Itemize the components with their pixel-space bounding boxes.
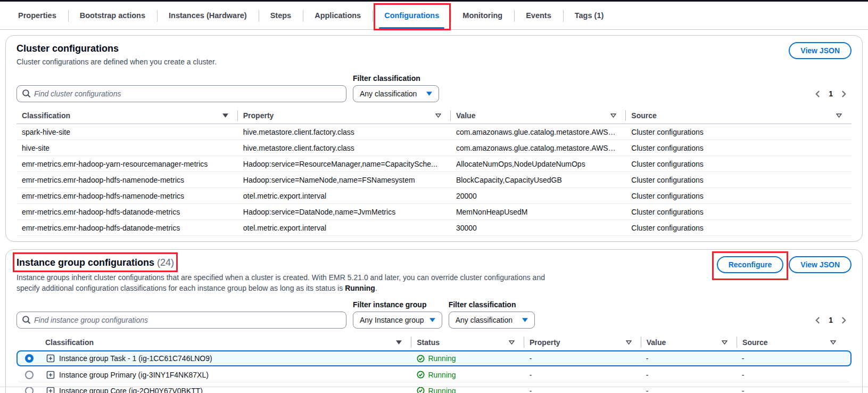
instance-group-configurations-section: Instance group configurations (24) Insta… xyxy=(5,249,863,393)
tab-bootstrap-actions[interactable]: Bootstrap actions xyxy=(68,2,157,29)
status-success-icon xyxy=(417,355,425,363)
column-header-value: Value xyxy=(647,338,666,347)
cell-value: - xyxy=(641,354,737,363)
cell-value: com.amazonaws.glue.catalog.metastore.AWS… xyxy=(451,128,626,136)
instance-classification-select[interactable]: Any classification xyxy=(449,312,535,329)
cluster-next-page-button[interactable] xyxy=(838,88,849,100)
column-header-property: Property xyxy=(530,338,560,347)
chevron-right-icon xyxy=(841,91,846,97)
cell-source: Cluster configurations xyxy=(626,128,852,136)
expand-icon[interactable] xyxy=(46,387,55,393)
instance-search-box xyxy=(16,312,346,329)
instance-section-count: (24) xyxy=(157,257,174,268)
cell-property: Hadoop:service=NameNode,name=FSNamesyste… xyxy=(238,176,451,184)
cluster-view-json-button[interactable]: View JSON xyxy=(789,42,852,59)
instance-prev-page-button[interactable] xyxy=(812,315,823,326)
tab-label: Configurations xyxy=(384,11,439,20)
cell-classification: spark-hive-site xyxy=(16,128,238,136)
cluster-configuration-row: spark-hive-site hive.metastore.client.fa… xyxy=(16,124,852,140)
tab-applications[interactable]: Applications xyxy=(303,2,373,29)
source-filter-icon[interactable] xyxy=(836,113,842,118)
cluster-configuration-row: emr-metrics.emr-hadoop-yarn-resourcemana… xyxy=(16,156,852,172)
cell-source: Cluster configurations xyxy=(626,224,852,232)
cluster-section-description: Cluster configurations are defined when … xyxy=(16,56,217,67)
radio-button[interactable] xyxy=(25,354,34,363)
instance-group-name: Instance group Core (ig-2OH0Y67V0BKTT) xyxy=(59,387,203,393)
tab-monitoring[interactable]: Monitoring xyxy=(451,2,514,29)
instance-section-title: Instance group configurations (24) xyxy=(16,257,174,268)
tab-tags-1[interactable]: Tags (1) xyxy=(563,2,616,29)
caret-down-icon xyxy=(429,318,435,322)
cluster-prev-page-button[interactable] xyxy=(812,88,823,100)
cell-classification: hive-site xyxy=(16,144,238,152)
classification-filter-icon[interactable] xyxy=(396,340,402,345)
cell-property: Hadoop:service=DataNode,name=JvmMetrics xyxy=(238,208,451,216)
property-filter-icon[interactable] xyxy=(626,340,632,345)
cluster-section-title: Cluster configurations xyxy=(16,42,217,55)
cell-property: hive.metastore.client.factory.class xyxy=(238,144,451,152)
caret-down-icon xyxy=(426,92,432,96)
cell-property: - xyxy=(524,354,641,363)
cell-source: Cluster configurations xyxy=(626,160,852,168)
caret-down-icon xyxy=(522,318,528,322)
instance-next-page-button[interactable] xyxy=(838,315,849,326)
expand-icon[interactable] xyxy=(46,371,55,379)
cell-property: - xyxy=(524,387,641,393)
cluster-search-box xyxy=(16,85,346,102)
cluster-classification-select[interactable]: Any classification xyxy=(353,85,439,102)
column-header-value: Value xyxy=(456,111,476,120)
tab-configurations[interactable]: Configurations xyxy=(373,2,451,29)
column-header-source: Source xyxy=(631,111,656,120)
instance-group-row[interactable]: Instance group Primary (ig-3INY1F4NK87XL… xyxy=(16,366,852,382)
instance-group-name: Instance group Primary (ig-3INY1F4NK87XL… xyxy=(59,371,209,379)
radio-button[interactable] xyxy=(25,387,34,393)
instance-table-header: Classification Status Property Value Sou… xyxy=(16,334,852,350)
cluster-configuration-row: emr-metrics.emr-hadoop-hdfs-namenode-met… xyxy=(16,172,852,188)
expand-icon[interactable] xyxy=(46,354,55,363)
column-header-status: Status xyxy=(417,338,440,347)
tab-instances-hardware[interactable]: Instances (Hardware) xyxy=(157,2,259,29)
tab-label: Monitoring xyxy=(462,11,502,20)
tab-label: Events xyxy=(526,11,551,20)
cell-source: Cluster configurations xyxy=(626,192,852,200)
cell-source: Cluster configurations xyxy=(626,144,852,152)
instance-page-number[interactable]: 1 xyxy=(826,316,835,324)
radio-button[interactable] xyxy=(25,371,34,379)
value-filter-icon[interactable] xyxy=(610,113,616,118)
cluster-classification-select-value: Any classification xyxy=(360,89,417,98)
reconfigure-button[interactable]: Reconfigure xyxy=(717,256,784,273)
cell-source: Cluster configurations xyxy=(626,208,852,216)
cell-source: - xyxy=(737,387,845,393)
cell-classification: emr-metrics.emr-hadoop-hdfs-datanode-met… xyxy=(16,224,238,232)
instance-section-description: Instance groups inherit cluster configur… xyxy=(16,272,545,293)
tab-events[interactable]: Events xyxy=(514,2,563,29)
cell-value: MemNonHeapUsedM xyxy=(451,208,626,216)
cluster-table-header: Classification Property Value Source xyxy=(16,108,852,124)
cluster-search-input[interactable] xyxy=(16,85,346,102)
property-filter-icon[interactable] xyxy=(435,113,441,118)
cell-classification: emr-metrics.emr-hadoop-hdfs-namenode-met… xyxy=(16,176,238,184)
instance-group-row[interactable]: Instance group Task - 1 (ig-1CC61C746LNO… xyxy=(16,350,852,366)
tab-properties[interactable]: Properties xyxy=(6,2,68,29)
tab-label: Bootstrap actions xyxy=(80,11,145,20)
tab-label: Properties xyxy=(18,11,56,20)
source-filter-icon[interactable] xyxy=(830,340,836,345)
cluster-configurations-section: Cluster configurations Cluster configura… xyxy=(5,35,863,242)
cell-source: Cluster configurations xyxy=(626,176,852,184)
instance-group-table: Classification Status Property Value Sou… xyxy=(16,334,852,393)
instance-view-json-button[interactable]: View JSON xyxy=(789,256,852,273)
classification-filter-icon[interactable] xyxy=(222,113,228,118)
value-filter-icon[interactable] xyxy=(722,340,728,345)
status-filter-icon[interactable] xyxy=(509,340,515,345)
instance-group-row[interactable]: Instance group Core (ig-2OH0Y67V0BKTT) R… xyxy=(16,382,852,393)
instance-group-select[interactable]: Any Instance group xyxy=(353,312,442,329)
cell-value: 30000 xyxy=(451,224,626,232)
cluster-page-number[interactable]: 1 xyxy=(826,89,835,98)
cluster-configuration-row: hive-site hive.metastore.client.factory.… xyxy=(16,140,852,156)
tab-steps[interactable]: Steps xyxy=(259,2,303,29)
cluster-table-body: spark-hive-site hive.metastore.client.fa… xyxy=(16,124,852,236)
column-header-classification: Classification xyxy=(45,338,94,347)
instance-search-input[interactable] xyxy=(16,312,346,329)
tab-bar: Properties Bootstrap actions Instances (… xyxy=(0,2,868,30)
cell-source: - xyxy=(737,371,845,379)
